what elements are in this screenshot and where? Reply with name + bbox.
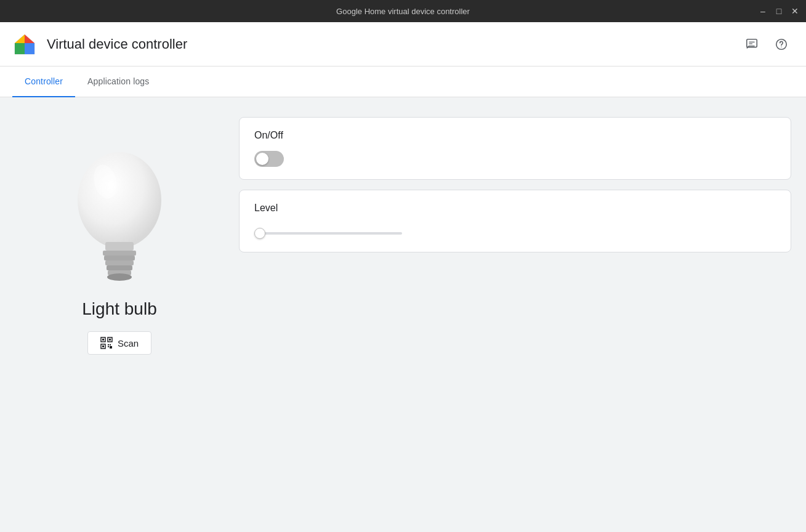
header-actions: [740, 32, 794, 57]
svg-rect-20: [102, 345, 104, 347]
window-controls: – □ ✕: [757, 5, 801, 17]
title-bar: Google Home virtual device controller – …: [0, 0, 806, 22]
device-image: [64, 149, 175, 284]
svg-rect-9: [103, 251, 136, 256]
level-card: Level: [239, 190, 791, 252]
svg-rect-12: [107, 265, 132, 270]
scan-button-label: Scan: [118, 338, 139, 349]
svg-rect-23: [108, 346, 109, 347]
scan-button[interactable]: Scan: [87, 331, 151, 355]
minimize-button[interactable]: –: [757, 5, 769, 17]
feedback-button[interactable]: [740, 32, 764, 57]
window-title: Google Home virtual device controller: [336, 7, 470, 16]
svg-rect-22: [110, 344, 111, 345]
level-slider[interactable]: [254, 232, 402, 235]
feedback-icon: [745, 38, 759, 51]
toggle-thumb: [256, 153, 268, 165]
tab-application-logs[interactable]: Application logs: [75, 66, 161, 97]
app-header: Virtual device controller: [0, 22, 806, 66]
help-button[interactable]: [769, 32, 794, 57]
on-off-label: On/Off: [254, 130, 776, 141]
lightbulb-svg: [67, 151, 172, 283]
svg-rect-18: [109, 339, 111, 341]
slider-container: [254, 224, 776, 240]
app-logo: [12, 32, 37, 57]
close-button[interactable]: ✕: [789, 5, 801, 17]
svg-point-6: [78, 152, 161, 248]
device-name: Light bulb: [82, 299, 156, 319]
svg-rect-10: [104, 256, 135, 260]
svg-rect-24: [110, 346, 112, 349]
svg-point-14: [107, 273, 132, 281]
tabs-bar: Controller Application logs: [0, 66, 806, 97]
right-panel: On/Off Level: [239, 112, 791, 517]
svg-rect-8: [105, 242, 134, 251]
maximize-button[interactable]: □: [773, 5, 785, 17]
on-off-toggle[interactable]: [254, 151, 284, 167]
on-off-card: On/Off: [239, 117, 791, 180]
tab-controller[interactable]: Controller: [12, 66, 75, 97]
svg-rect-21: [108, 344, 109, 345]
svg-rect-11: [105, 260, 134, 265]
app-title: Virtual device controller: [47, 36, 740, 52]
svg-rect-16: [102, 339, 104, 341]
level-label: Level: [254, 203, 776, 214]
svg-point-5: [781, 46, 781, 47]
help-icon: [775, 38, 788, 51]
main-content: Light bulb Scan On/Off: [0, 97, 806, 532]
left-panel: Light bulb Scan: [15, 112, 224, 517]
qr-icon: [100, 337, 113, 349]
